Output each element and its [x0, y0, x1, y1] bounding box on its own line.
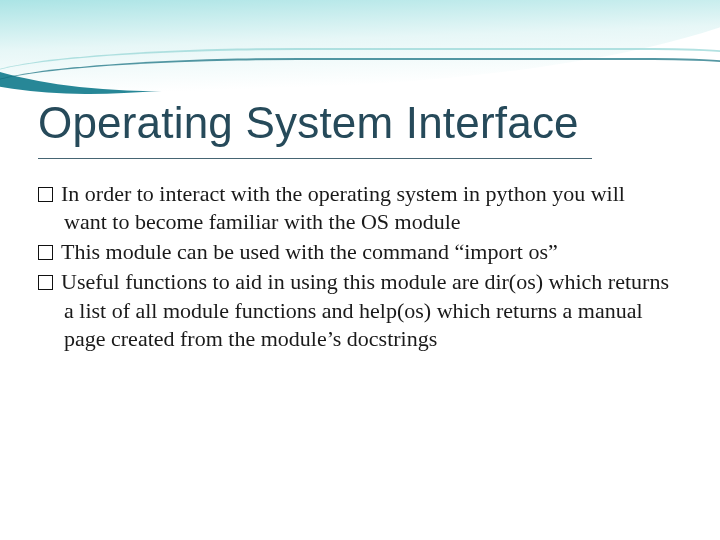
title-underline — [38, 158, 592, 159]
bullet-item: This module can be used with the command… — [38, 238, 672, 266]
bullet-text: Useful functions to aid in using this mo… — [61, 269, 669, 350]
square-bullet-icon — [38, 245, 53, 260]
bullet-text: This module can be used with the command… — [61, 239, 558, 264]
slide-body: In order to interact with the operating … — [38, 180, 672, 355]
bullet-item: Useful functions to aid in using this mo… — [38, 268, 672, 352]
bullet-item: In order to interact with the operating … — [38, 180, 672, 236]
slide-title: Operating System Interface — [38, 98, 682, 148]
square-bullet-icon — [38, 187, 53, 202]
bullet-text: In order to interact with the operating … — [61, 181, 625, 234]
slide: Operating System Interface In order to i… — [0, 0, 720, 540]
square-bullet-icon — [38, 275, 53, 290]
